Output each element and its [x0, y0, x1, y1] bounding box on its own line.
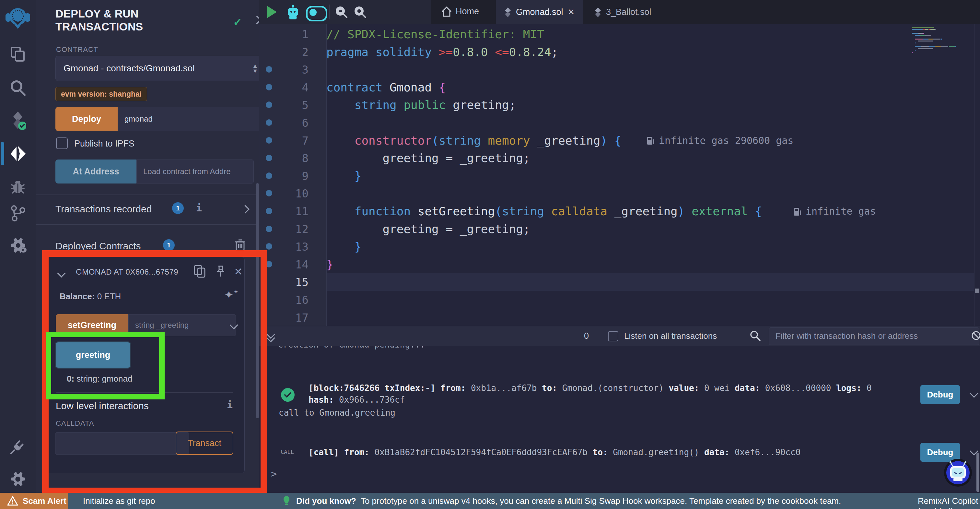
- icon-rail: [0, 0, 36, 493]
- minimap-line: [912, 29, 967, 30]
- deploy-run-icon[interactable]: [0, 142, 36, 165]
- line-marker-dot[interactable]: [266, 261, 272, 268]
- line-number: 8: [282, 152, 309, 165]
- at-address-input[interactable]: Load contract from Addre: [137, 160, 254, 183]
- tab-ballot[interactable]: 3_Ballot.sol: [586, 0, 660, 24]
- clear-console-icon[interactable]: [971, 330, 980, 342]
- contract-select[interactable]: Gmonad - contracts/Gmonad.sol ▲▼: [56, 56, 266, 81]
- minimap-line: [912, 35, 967, 36]
- copy-address-icon[interactable]: [193, 264, 206, 280]
- tip-icon: [283, 495, 290, 508]
- line-number: 9: [282, 169, 309, 182]
- tx-log-line1[interactable]: [block:7646266 txIndex:-] from: 0xb1a...…: [309, 383, 872, 393]
- card-collapse-icon[interactable]: [58, 270, 65, 278]
- terminal-prompt[interactable]: >: [271, 468, 277, 480]
- deploy-button[interactable]: Deploy: [56, 107, 118, 131]
- tx-log-line2[interactable]: hash: 0x966...736cf: [309, 395, 405, 405]
- at-address-button[interactable]: At Address: [56, 160, 137, 183]
- log-expand-icon[interactable]: [971, 390, 977, 398]
- contract-card-title[interactable]: GMONAD AT 0X606...67579: [76, 268, 189, 276]
- transactions-expand-icon[interactable]: [242, 206, 248, 214]
- plug-icon[interactable]: [0, 436, 36, 458]
- debugger-icon[interactable]: [0, 175, 36, 198]
- zoom-in-icon[interactable]: [353, 5, 367, 20]
- remixai-robot-icon[interactable]: [286, 5, 300, 21]
- line-marker-dot[interactable]: [266, 119, 272, 126]
- minimap[interactable]: [912, 27, 967, 60]
- line-number: 5: [282, 99, 309, 112]
- terminal-search-icon[interactable]: [749, 330, 761, 343]
- line-marker-dot[interactable]: [266, 84, 272, 91]
- transact-button[interactable]: Transact: [176, 431, 233, 455]
- line-number: 4: [282, 81, 309, 94]
- deployed-contracts-label: Deployed Contracts: [56, 241, 141, 252]
- deployed-contract-card: GMONAD AT 0X606...67579 ✕ Balance: 0 ETH…: [46, 257, 245, 473]
- filter-input[interactable]: Filter with transaction hash or address: [769, 327, 979, 345]
- terminal-scrollbar[interactable]: [977, 453, 979, 492]
- ai-toggle-icon[interactable]: [306, 6, 327, 21]
- debug-button[interactable]: Debug: [920, 385, 960, 404]
- call-badge: CALL: [281, 449, 294, 455]
- tx-success-icon: [281, 388, 295, 403]
- publish-ipfs-checkbox[interactable]: [56, 137, 68, 149]
- line-marker-dot[interactable]: [266, 155, 272, 161]
- call-log-line[interactable]: [call] from: 0xB1aB62fdFC104512F594fCa0E…: [309, 447, 800, 457]
- terminal-expand-icon[interactable]: [268, 331, 274, 341]
- greeting-button[interactable]: greeting: [55, 341, 131, 369]
- panel-title: DEPLOY & RUNTRANSACTIONS: [56, 7, 198, 33]
- scam-alert-button[interactable]: Scam Alert: [0, 493, 68, 509]
- tab-gmonad[interactable]: Gmonad.sol ✕: [496, 0, 583, 24]
- transactions-count-badge: 1: [172, 202, 184, 214]
- copilot-status[interactable]: RemixAI Copilot (enabled): [918, 496, 980, 509]
- line-marker-dot[interactable]: [266, 208, 272, 214]
- remove-contract-icon[interactable]: ✕: [234, 265, 243, 278]
- status-bar: Scam Alert Initialize as git repo Did yo…: [0, 493, 980, 509]
- code-line-8: greeting = _greeting;: [326, 149, 530, 167]
- pin-contract-icon[interactable]: [215, 264, 227, 280]
- code-editor[interactable]: 1234567891011121314151617 // SPDX-Licens…: [259, 24, 980, 326]
- line-marker-dot[interactable]: [266, 190, 272, 196]
- line-number: 7: [282, 134, 309, 147]
- search-icon[interactable]: [0, 76, 36, 99]
- deploy-input[interactable]: gmonad: [118, 107, 276, 131]
- remixai-assistant-avatar[interactable]: [944, 458, 972, 488]
- minimap-line: [912, 40, 967, 41]
- listen-checkbox[interactable]: [608, 331, 618, 341]
- set-greeting-input[interactable]: string _greeting: [128, 314, 236, 336]
- panel-scrollbar[interactable]: [256, 183, 259, 418]
- ai-sparkle-icon[interactable]: ✦✦: [224, 288, 239, 301]
- solidity-file-icon: [594, 8, 601, 17]
- settings-gear-icon[interactable]: [0, 468, 36, 490]
- set-greeting-expand-icon[interactable]: [231, 322, 237, 329]
- transactions-info-icon[interactable]: i: [196, 202, 202, 214]
- git-init-button[interactable]: Initialize as git repo: [83, 496, 155, 506]
- transactions-recorded-label: Transactions recorded: [56, 204, 152, 215]
- line-marker-dot[interactable]: [266, 243, 272, 250]
- separator: [280, 5, 280, 19]
- line-marker-dot[interactable]: [266, 66, 272, 73]
- file-explorer-icon[interactable]: [0, 43, 36, 65]
- line-marker-dot[interactable]: [266, 102, 272, 108]
- transaction-count: 0: [584, 331, 589, 341]
- solidity-compiler-icon[interactable]: [0, 109, 36, 132]
- run-script-icon[interactable]: [267, 6, 277, 18]
- divider: [36, 224, 259, 225]
- line-marker-dot[interactable]: [266, 172, 272, 179]
- plugin-manager-icon[interactable]: [0, 234, 36, 257]
- tab-strip: Home Gmonad.sol ✕ 3_Ballot.sol: [431, 0, 980, 24]
- terminal[interactable]: creation of Gmonad pending... [block:764…: [259, 346, 980, 493]
- git-icon[interactable]: [0, 202, 36, 225]
- calldata-input[interactable]: [55, 432, 189, 455]
- low-level-info-icon[interactable]: i: [227, 399, 233, 410]
- tab-close-icon[interactable]: ✕: [568, 7, 575, 17]
- remix-logo-icon[interactable]: [0, 6, 36, 29]
- current-line-highlight: [326, 273, 974, 291]
- home-icon[interactable]: [440, 5, 453, 19]
- trash-icon[interactable]: [234, 239, 246, 253]
- tab-home[interactable]: Home: [456, 6, 479, 16]
- line-marker-dot[interactable]: [266, 137, 272, 144]
- set-greeting-button[interactable]: setGreeting: [56, 314, 128, 336]
- line-marker-dot[interactable]: [266, 226, 272, 232]
- line-number: 1: [282, 28, 309, 41]
- zoom-out-icon[interactable]: [334, 5, 348, 20]
